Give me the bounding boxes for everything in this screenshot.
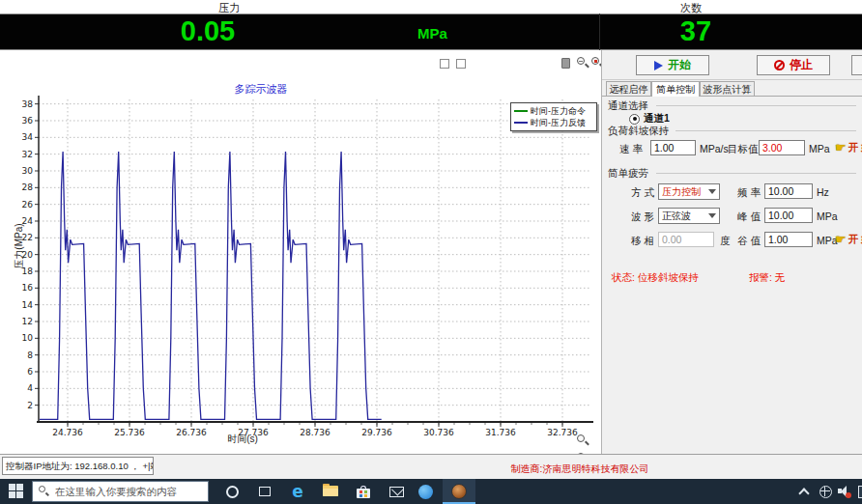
phase-label: 移 相 [631, 235, 654, 248]
svg-text:16: 16 [22, 283, 34, 293]
svg-text:4: 4 [27, 383, 33, 393]
wave-label: 波 形 [631, 210, 654, 224]
svg-text:32.736: 32.736 [547, 428, 578, 437]
chart-x-axis-label: 时间(s) [198, 433, 287, 446]
count-value: 37 [633, 15, 759, 47]
tab-waveform-point-calc[interactable]: 波形点计算 [700, 81, 755, 96]
search-icon [39, 486, 50, 497]
extra-button[interactable] [851, 55, 862, 75]
valley-label: 谷 值 [737, 235, 761, 248]
tab-remote-start-stop[interactable]: 远程启停 [606, 81, 651, 96]
svg-text:29.736: 29.736 [361, 428, 392, 437]
mode-select[interactable]: 压力控制 [658, 183, 720, 200]
start-menu-button[interactable] [9, 484, 23, 498]
tab-simple-control[interactable]: 简单控制 [651, 81, 700, 97]
rate-label: 速 率 [619, 143, 643, 156]
chart-option-checkbox-1[interactable] [440, 59, 449, 69]
browser-button[interactable] [414, 480, 437, 503]
hand-pointer-icon: ☛ [835, 235, 847, 244]
peak-input[interactable]: 10.00 [764, 208, 813, 223]
channel-radio[interactable]: 通道1 [629, 112, 670, 126]
controller-ip-status: 控制器IP地址为: 192.168.0.10 ， +|端口51185 [2, 457, 154, 475]
folder-icon [323, 486, 338, 497]
mode-label: 方 式 [631, 186, 654, 200]
taskbar-search[interactable] [32, 481, 209, 502]
svg-text:12: 12 [22, 317, 33, 326]
task-view-button[interactable] [253, 480, 276, 503]
svg-text:36: 36 [22, 116, 34, 126]
chart-option-checkbox-2[interactable] [456, 59, 466, 69]
svg-text:28: 28 [22, 182, 34, 192]
oscilloscope-chart: 246810121416182022242628303234363824.736… [0, 92, 601, 449]
volume-muted-icon [838, 486, 851, 497]
pressure-unit: MPa [417, 25, 447, 42]
cortana-icon [226, 486, 239, 498]
svg-text:24: 24 [22, 216, 34, 226]
rate-input[interactable]: 1.00 [650, 140, 696, 155]
start-button[interactable]: 开始 [636, 55, 709, 75]
svg-text:30: 30 [22, 166, 34, 176]
svg-text:34: 34 [22, 132, 34, 142]
target-label: 目标值 [728, 143, 759, 156]
svg-text:2: 2 [27, 401, 33, 410]
store-button[interactable] [352, 480, 375, 503]
cursor-tool-icon[interactable] [561, 58, 570, 69]
status-text: 状态: 位移斜坡保持 [612, 271, 699, 285]
zoom-out-icon[interactable] [576, 56, 589, 70]
svg-text:22: 22 [22, 233, 33, 242]
valley-input[interactable]: 1.00 [764, 232, 813, 247]
svg-text:28.736: 28.736 [300, 428, 330, 437]
chevron-down-icon [708, 213, 716, 218]
chart-zoom-y-in-icon[interactable] [576, 434, 589, 447]
chevron-up-icon [798, 488, 809, 498]
ime-button[interactable] [852, 480, 862, 503]
peak-unit: MPa [817, 210, 838, 222]
control-app-button[interactable] [447, 480, 471, 503]
ramp-start-button[interactable]: ☛ 开 始 [835, 141, 862, 154]
browser-icon [418, 485, 433, 499]
freq-input[interactable]: 10.00 [764, 183, 813, 199]
play-icon [654, 61, 663, 70]
svg-text:32: 32 [22, 150, 33, 159]
task-view-icon [259, 487, 271, 496]
cortana-button[interactable] [220, 480, 244, 503]
channel-group-label: 通道选择 [608, 99, 652, 113]
radio-selected-icon [629, 114, 640, 125]
edge-button[interactable]: e [286, 480, 309, 503]
svg-text:25.736: 25.736 [114, 428, 145, 437]
wave-select[interactable]: 正弦波 [658, 208, 720, 224]
ramp-group-line [675, 130, 856, 131]
phase-input[interactable]: 0.00 [658, 232, 714, 247]
svg-text:14: 14 [22, 300, 34, 310]
peak-label: 峰 值 [737, 210, 761, 224]
svg-text:6: 6 [27, 367, 33, 377]
ramp-group-label: 负荷斜坡保持 [608, 125, 673, 138]
target-input[interactable]: 3.00 [759, 140, 805, 155]
svg-text:10: 10 [22, 333, 34, 343]
svg-text:38: 38 [22, 99, 34, 109]
phase-unit: 度 [720, 235, 731, 248]
app-window: 压力 次数 0.05 MPa 37 多踪示波器 压力(MPa) 24681012… [0, 0, 862, 504]
mail-button[interactable] [385, 480, 408, 503]
target-unit: MPa [809, 143, 830, 154]
legend-entry-command: 时间-压力命令 [514, 105, 593, 117]
edge-icon: e [292, 482, 303, 501]
fatigue-start-button[interactable]: ☛ 开 始 [835, 233, 862, 246]
freq-label: 频 率 [737, 186, 761, 200]
svg-text:24.736: 24.736 [52, 428, 83, 437]
svg-text:26: 26 [22, 200, 34, 210]
display-divider [599, 14, 600, 50]
svg-text:31.736: 31.736 [485, 428, 516, 437]
manufacturer-text: 制造商:济南思明特科技有限公司 [483, 462, 676, 476]
button-row-separator [602, 79, 862, 80]
alarm-text: 报警: 无 [749, 271, 785, 285]
channel-group-line [656, 105, 856, 106]
file-explorer-button[interactable] [319, 480, 342, 503]
search-input[interactable] [55, 486, 195, 497]
tray-expand-button[interactable] [792, 480, 816, 503]
stop-button[interactable]: 停止 [757, 55, 830, 75]
svg-text:8: 8 [27, 350, 33, 360]
chevron-down-icon [708, 189, 716, 194]
svg-text:18: 18 [22, 266, 34, 276]
legend-entry-feedback: 时间-压力反馈 [514, 117, 593, 128]
